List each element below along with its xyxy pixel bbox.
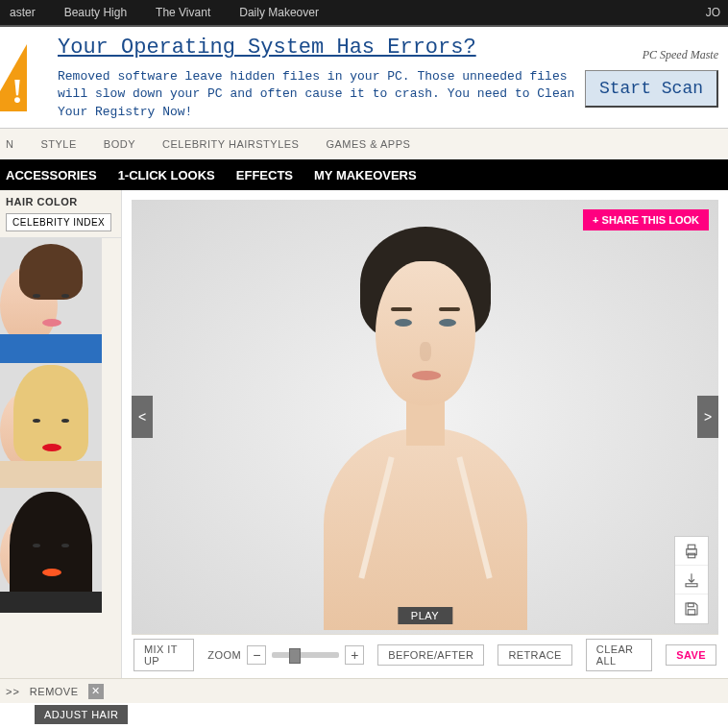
tab-effects[interactable]: EFFECTS	[236, 168, 293, 182]
svg-rect-3	[686, 583, 697, 586]
main-area: HAIR COLOR CELEBRITY INDEX + SHARE THIS …	[0, 190, 728, 678]
zoom-controls: ZOOM − +	[207, 645, 364, 665]
before-after-button[interactable]: BEFORE/AFTER	[377, 644, 484, 666]
start-scan-button[interactable]: Start Scan	[585, 70, 718, 108]
save-disk-icon[interactable]	[675, 595, 708, 623]
celebrity-thumb[interactable]	[0, 238, 102, 363]
top-network-bar: aster Beauty High The Vivant Daily Makeo…	[0, 0, 728, 27]
ad-banner: Your Operating System Has Errors? Remove…	[0, 27, 728, 129]
svg-rect-2	[688, 553, 695, 558]
nav-primary: N STYLE BODY CELEBRITY HAIRSTYLES GAMES …	[0, 129, 728, 159]
expand-icon[interactable]: >>	[6, 686, 20, 697]
play-button[interactable]: PLAY	[398, 607, 452, 624]
warning-icon	[0, 44, 27, 111]
next-arrow-button[interactable]: >	[697, 396, 718, 438]
nav-secondary: ACCESSORIES 1-CLICK LOOKS EFFECTS MY MAK…	[0, 159, 728, 190]
topnav-item[interactable]: Beauty High	[64, 6, 127, 19]
ad-body: Removed software leave hidden files in y…	[58, 68, 584, 121]
sidebar: HAIR COLOR CELEBRITY INDEX	[0, 190, 121, 678]
nav-item[interactable]: GAMES & APPS	[326, 138, 410, 150]
nav-item[interactable]: STYLE	[40, 138, 76, 150]
tab-accessories[interactable]: ACCESSORIES	[6, 168, 97, 182]
download-icon[interactable]	[675, 566, 708, 595]
svg-rect-5	[688, 610, 695, 615]
print-icon[interactable]	[675, 537, 708, 566]
clear-all-button[interactable]: CLEAR ALL	[586, 639, 652, 671]
share-this-look-button[interactable]: + SHARE THIS LOOK	[583, 209, 709, 231]
sidebar-footer: >> REMOVE ✕	[0, 678, 728, 703]
nav-item[interactable]: N	[6, 138, 13, 150]
sidebar-title: HAIR COLOR	[6, 196, 115, 207]
zoom-label: ZOOM	[207, 649, 241, 661]
topnav-item[interactable]: aster	[10, 6, 36, 19]
celebrity-thumb[interactable]	[0, 488, 102, 613]
zoom-out-button[interactable]: −	[247, 645, 266, 665]
remove-label[interactable]: REMOVE	[30, 686, 79, 697]
zoom-in-button[interactable]: +	[345, 645, 364, 665]
tab-my-makeovers[interactable]: MY MAKEOVERS	[314, 168, 417, 182]
topnav-item[interactable]: The Vivant	[156, 6, 210, 19]
ad-source: PC Speed Maste	[643, 48, 718, 62]
model-stage: + SHARE THIS LOOK < > PLAY	[132, 200, 718, 634]
topnav-right[interactable]: JO	[706, 6, 720, 19]
ad-copy: Your Operating System Has Errors? Remove…	[58, 34, 584, 120]
adjust-hair-button[interactable]: ADJUST HAIR	[35, 705, 128, 724]
celebrity-thumbs	[0, 238, 121, 613]
tab-1click-looks[interactable]: 1-CLICK LOOKS	[118, 168, 215, 182]
stage-panel: + SHARE THIS LOOK < > PLAY MI	[121, 190, 728, 678]
nav-item[interactable]: BODY	[104, 138, 135, 150]
ad-headline[interactable]: Your Operating System Has Errors?	[58, 34, 476, 63]
celebrity-thumb[interactable]	[0, 363, 102, 488]
close-icon[interactable]: ✕	[88, 684, 104, 699]
svg-rect-1	[688, 545, 695, 549]
celebrity-index-button[interactable]: CELEBRITY INDEX	[6, 213, 111, 231]
nav-item[interactable]: CELEBRITY HAIRSTYLES	[162, 138, 299, 150]
prev-arrow-button[interactable]: <	[132, 396, 153, 438]
stage-side-tools	[674, 536, 709, 624]
svg-rect-4	[688, 603, 693, 607]
retrace-button[interactable]: RETRACE	[497, 644, 571, 666]
save-button[interactable]: SAVE	[666, 644, 716, 666]
zoom-slider[interactable]	[272, 652, 339, 658]
mix-it-up-button[interactable]: MIX IT UP	[133, 639, 194, 671]
topnav-item[interactable]: Daily Makeover	[239, 6, 319, 19]
stage-toolbar: MIX IT UP ZOOM − + BEFORE/AFTER RETRACE …	[132, 634, 718, 668]
model-figure	[301, 206, 550, 628]
